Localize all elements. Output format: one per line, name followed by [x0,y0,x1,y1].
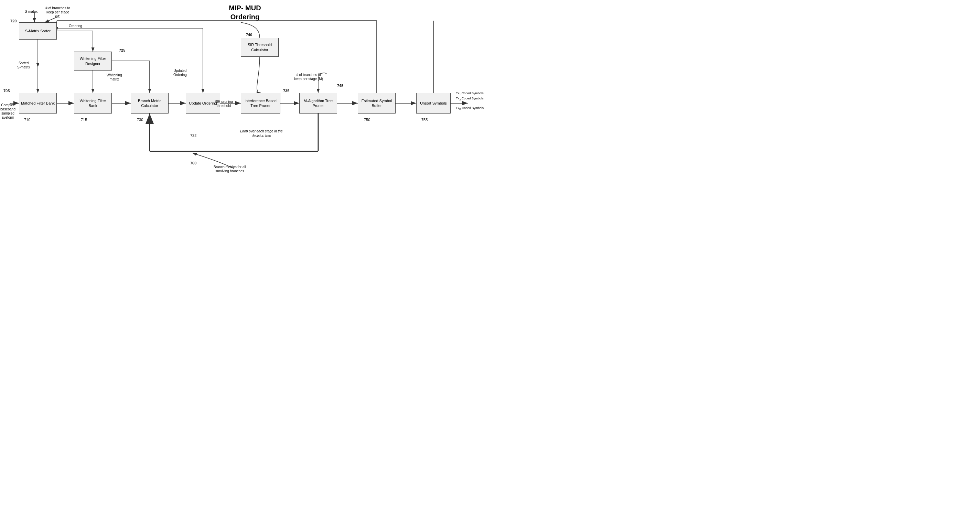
label-760: 760 [190,161,196,165]
label-732: 732 [190,134,196,138]
diagram-container: MIP- MUD Ordering [0,0,490,254]
label-715: 715 [81,118,87,122]
label-updated-ordering: UpdatedOrdering [173,69,187,77]
label-complex-input: Complex baseband sampled aveform [0,103,16,120]
estimated-symbol-buffer-box: Estimated Symbol Buffer [358,93,396,113]
label-740: 740 [246,33,252,37]
label-710: 710 [24,118,30,122]
interference-tree-pruner-box: Interference Based Tree Pruner [241,93,280,113]
label-730: 730 [137,118,143,122]
unsort-symbols-box: Unsort Symbols [416,93,450,113]
matched-filter-bank-box: Matched Filter Bank [19,93,57,113]
diagram-title: MIP- MUD Ordering [229,3,261,21]
whitening-filter-bank-box: Whitening Filter Bank [74,93,112,113]
label-loop: Loop over each stage in the decision tre… [239,129,284,138]
label-ordering: Ordering [69,24,82,28]
whitening-filter-designer-box: Whitening Filter Designer [74,52,112,70]
label-745: 745 [337,84,343,88]
label-tx-outputs: Tx1 Coded SymbolsTx2 Coded Symbols ⋮TxK … [456,91,484,111]
label-branches-top: # of branches to keep per stage (M) [44,6,72,19]
label-branch-metrics: Branch metrics for all surviving branche… [209,165,250,174]
label-sorted-smatrix: SortedS-matrix [17,61,30,70]
label-720: 720 [10,19,16,23]
label-735: 735 [283,89,289,93]
label-whitening-matrix: Whiteningmatrix [107,73,122,81]
sir-threshold-calc-box: SIR Threshold Calculator [241,38,278,57]
branch-metric-calc-box: Branch Metric Calculator [131,93,169,113]
label-sir-pruning: SIR pruningthreshold [209,100,239,108]
label-smatrix: S-matrix [25,10,38,13]
s-matrix-sorter-box: S-Matrix Sorter [19,22,57,40]
label-705: 705 [3,89,10,93]
m-algorithm-pruner-box: M-Algorithm Tree Pruner [299,93,337,113]
label-750: 750 [364,118,370,122]
label-755: 755 [422,118,428,122]
label-branches-m: # of branches to keep per stage (M) [293,73,324,81]
label-725: 725 [119,48,125,52]
